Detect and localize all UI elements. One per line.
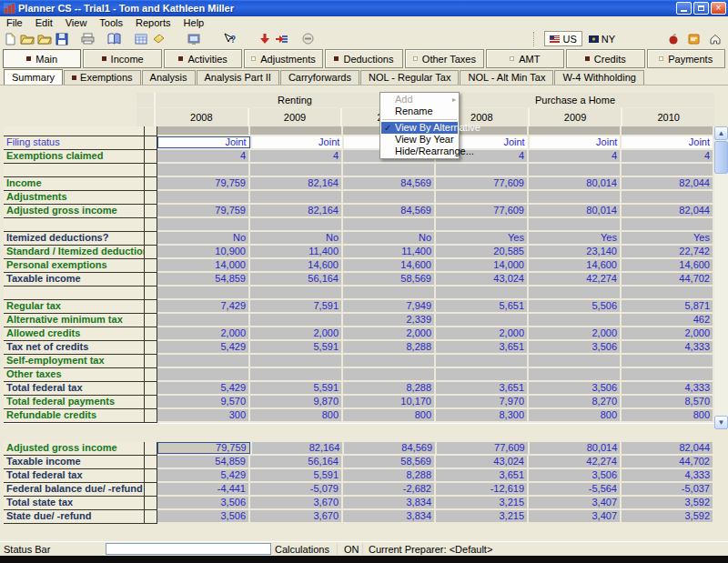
grid-cell[interactable]: 3,651 <box>436 469 527 481</box>
grid-cell[interactable] <box>529 126 620 135</box>
grid-cell[interactable]: 3,506 <box>529 341 620 353</box>
grid-cell[interactable]: 10,900 <box>157 246 248 257</box>
grid-cell[interactable]: 5,429 <box>157 341 248 353</box>
pane-splitter[interactable] <box>4 423 714 442</box>
jurisdiction-ny-button[interactable]: NY <box>584 31 620 46</box>
jurisdiction-us-button[interactable]: US <box>544 31 581 46</box>
grid-cell[interactable]: Yes <box>436 232 527 244</box>
restore-button[interactable] <box>693 2 709 15</box>
context-menu-item-rename[interactable]: Rename <box>381 106 458 117</box>
grid-cell[interactable]: Joint <box>157 136 250 148</box>
grid-cell[interactable]: 800 <box>250 409 341 421</box>
context-menu-item-hide-rearrange-[interactable]: Hide/Rearrange... <box>381 146 458 157</box>
grid-cell[interactable] <box>529 355 620 367</box>
grid-cell[interactable]: 3,215 <box>436 497 527 508</box>
grid-cell[interactable]: 8,288 <box>343 382 434 394</box>
grid-cell[interactable]: No <box>343 232 434 244</box>
reports-book-icon[interactable] <box>106 32 122 46</box>
grid-cell[interactable]: 42,274 <box>529 273 620 285</box>
context-menu-item-view-by-alternative[interactable]: ✓View By Alternative <box>381 122 458 134</box>
grid-cell[interactable] <box>157 368 248 380</box>
grid-cell[interactable]: 2,000 <box>529 327 620 339</box>
grid-cell[interactable]: No <box>250 232 341 244</box>
vertical-scrollbar[interactable]: ▲ ▼ <box>714 126 728 429</box>
grid-cell[interactable]: 79,759 <box>157 442 250 454</box>
grid-cell[interactable]: 22,742 <box>622 246 713 257</box>
alerts-icon[interactable] <box>665 32 681 46</box>
subtab-carryforwards[interactable]: Carryforwards <box>280 70 359 85</box>
grid-cell[interactable] <box>622 368 713 380</box>
grid-cell[interactable]: No <box>157 232 248 244</box>
grid-cell[interactable]: 2,000 <box>622 327 713 339</box>
grid-cell[interactable] <box>529 164 620 176</box>
stop-icon[interactable] <box>300 32 316 46</box>
grid-cell[interactable]: 7,949 <box>343 300 434 312</box>
year-header[interactable]: 2008 <box>156 108 249 126</box>
context-menu-item-view-by-year[interactable]: View By Year <box>381 134 458 146</box>
grid-cell[interactable]: 84,569 <box>343 177 434 189</box>
grid-cell[interactable]: 2,000 <box>157 327 248 339</box>
grid-cell[interactable] <box>157 314 248 326</box>
grid-cell[interactable]: 14,000 <box>157 259 248 271</box>
subtab-exemptions[interactable]: Exemptions <box>64 70 140 85</box>
grid-cell[interactable]: 79,759 <box>157 205 248 216</box>
open-client-icon[interactable] <box>36 32 52 46</box>
grid-cell[interactable]: 14,600 <box>622 259 713 271</box>
menu-edit[interactable]: Edit <box>29 16 59 30</box>
context-menu-item-add[interactable]: Add▸ <box>381 94 458 106</box>
grid-cell[interactable]: 3,215 <box>436 510 527 522</box>
new-plan-icon[interactable] <box>2 32 17 46</box>
grid-cell[interactable]: 23,140 <box>529 246 620 257</box>
notes-tag-icon[interactable] <box>150 32 166 46</box>
grid-cell[interactable]: 3,592 <box>622 510 713 522</box>
grid-cell[interactable]: 800 <box>622 409 713 421</box>
grid-cell[interactable]: 7,591 <box>250 300 341 312</box>
grid-cell[interactable]: 3,834 <box>343 510 434 522</box>
grid-cell[interactable]: 44,702 <box>622 456 713 467</box>
grid-cell[interactable]: 2,000 <box>343 327 434 339</box>
open-plan-icon[interactable] <box>19 32 35 46</box>
grid-cell[interactable]: 3,407 <box>529 510 620 522</box>
grid-cell[interactable]: 5,429 <box>157 469 248 481</box>
grid-cell[interactable]: 5,591 <box>250 341 341 353</box>
spreadsheet-icon[interactable] <box>133 32 148 46</box>
grid-cell[interactable]: 5,429 <box>157 382 248 394</box>
grid-cell[interactable]: 2,000 <box>436 327 527 339</box>
grid-cell[interactable]: 7,429 <box>157 300 248 312</box>
grid-cell[interactable] <box>529 287 620 298</box>
grid-cell[interactable] <box>157 355 248 367</box>
grid-cell[interactable]: 5,591 <box>250 469 341 481</box>
grid-cell[interactable]: 58,569 <box>343 273 434 285</box>
grid-cell[interactable]: 80,014 <box>530 442 621 454</box>
grid-cell[interactable] <box>529 314 620 326</box>
grid-cell[interactable]: 43,024 <box>436 273 527 285</box>
tab-activities[interactable]: Activities <box>164 49 242 68</box>
grid-cell[interactable]: 8,288 <box>343 341 434 353</box>
grid-cell[interactable] <box>436 287 527 298</box>
grid-cell[interactable]: 3,506 <box>157 497 248 508</box>
display-options-icon[interactable] <box>186 32 201 46</box>
grid-cell[interactable] <box>343 218 434 230</box>
grid-cell[interactable] <box>343 355 434 367</box>
close-button[interactable]: × <box>711 2 726 15</box>
scroll-up-button[interactable]: ▲ <box>714 126 728 140</box>
tab-payments[interactable]: Payments <box>647 49 725 68</box>
subtab-nol-regular-tax[interactable]: NOL - Regular Tax <box>360 70 459 85</box>
grid-cell[interactable]: 84,569 <box>343 205 434 216</box>
grid-cell[interactable]: 9,570 <box>157 396 248 407</box>
grid-cell[interactable]: -4,441 <box>157 483 248 495</box>
connect-icon[interactable] <box>686 32 702 46</box>
grid-cell[interactable] <box>529 218 620 230</box>
grid-cell[interactable]: -5,037 <box>622 483 713 495</box>
grid-cell[interactable]: 5,591 <box>250 382 341 394</box>
grid-cell[interactable]: Joint <box>252 136 343 148</box>
grid-cell[interactable]: 4,333 <box>622 469 713 481</box>
grid-cell[interactable] <box>250 314 341 326</box>
subtab-nol-alt-min-tax[interactable]: NOL - Alt Min Tax <box>460 70 553 85</box>
grid-cell[interactable]: 5,506 <box>529 300 620 312</box>
grid-cell[interactable]: 10,170 <box>343 396 434 407</box>
grid-cell[interactable]: 42,274 <box>529 456 620 467</box>
grid-cell[interactable] <box>622 218 713 230</box>
grid-cell[interactable]: 82,164 <box>250 205 341 216</box>
grid-cell[interactable]: 3,670 <box>250 510 341 522</box>
